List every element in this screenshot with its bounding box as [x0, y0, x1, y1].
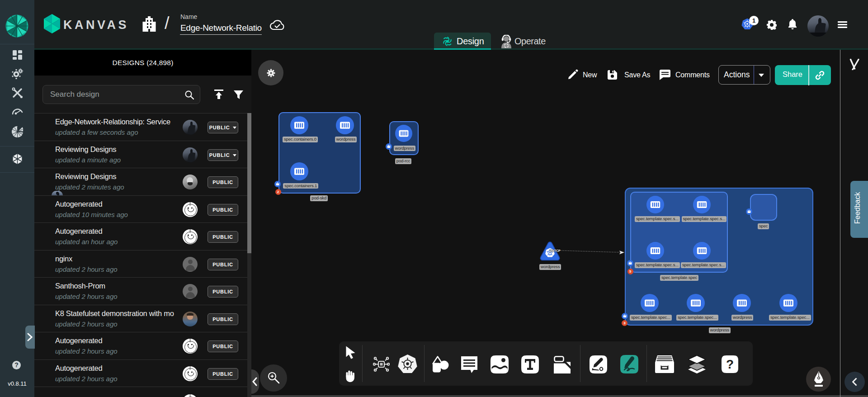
svg-text:?: ? [726, 357, 734, 371]
